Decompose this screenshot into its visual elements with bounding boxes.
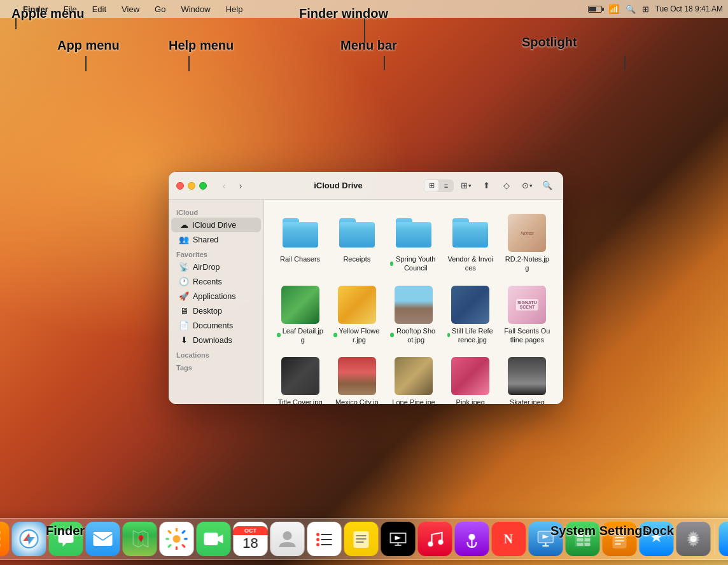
window-minimize-button[interactable] xyxy=(188,182,195,190)
edit-menu[interactable]: Edit xyxy=(90,3,109,15)
finder-content: Rail Chasers Receipts xyxy=(264,200,563,404)
clock: Tue Oct 18 9:41 AM xyxy=(655,4,723,13)
thumbnail xyxy=(281,286,319,324)
sidebar-item-applications[interactable]: 🚀 Applications xyxy=(171,289,261,303)
dock-separator xyxy=(715,524,715,554)
dock-app-facetime[interactable] xyxy=(197,522,231,556)
wifi-icon[interactable]: 📶 xyxy=(608,4,619,14)
file-item[interactable]: Notes RD.2-Notes.jpg xyxy=(501,210,553,277)
recents-icon: 🕐 xyxy=(179,277,189,286)
annotation-spotlight: Spotlight xyxy=(522,35,577,50)
file-item[interactable]: Spring Youth Council xyxy=(388,210,439,277)
help-menu[interactable]: Help xyxy=(223,3,246,15)
dock-app-airdrop-folder[interactable] xyxy=(719,522,729,556)
finder-body: iCloud ☁ iCloud Drive 👥 Shared Favorites… xyxy=(169,200,563,404)
dock-app-safari[interactable] xyxy=(12,522,46,556)
control-center-icon[interactable]: ⊞ xyxy=(642,4,649,14)
window-close-button[interactable] xyxy=(176,182,184,190)
battery-status xyxy=(588,6,602,13)
file-menu[interactable]: File xyxy=(61,3,80,15)
spotlight-icon[interactable]: 🔍 xyxy=(626,4,636,14)
svg-point-12 xyxy=(0,537,1,541)
tag-button[interactable]: ◇ xyxy=(498,179,515,193)
svg-marker-20 xyxy=(27,537,35,545)
svg-point-39 xyxy=(428,541,433,547)
dock-app-podcasts[interactable] xyxy=(455,522,489,556)
list-view-button[interactable]: ≡ xyxy=(439,180,453,192)
file-item[interactable]: Vendor & Invoices xyxy=(445,210,496,277)
dock-app-music[interactable] xyxy=(418,522,452,556)
favorites-section-label: Favorites xyxy=(169,247,263,260)
dock-app-messages[interactable] xyxy=(49,522,83,556)
toolbar-icons: ⊞ ≡ ⊞▾ ⬆ ◇ ⊙▾ 🔍 xyxy=(424,179,556,193)
svg-rect-21 xyxy=(94,532,113,546)
window-menu[interactable]: Window xyxy=(178,3,213,15)
search-button[interactable]: 🔍 xyxy=(539,179,556,193)
icloud-status-dot xyxy=(390,262,393,266)
sidebar-item-recents[interactable]: 🕐 Recents xyxy=(171,274,261,289)
thumbnail xyxy=(338,357,376,395)
dock-app-tv[interactable] xyxy=(381,522,416,556)
dock-app-appstore[interactable] xyxy=(640,522,674,556)
file-item[interactable]: Still Life Reference.jpg xyxy=(445,282,496,349)
svg-point-28 xyxy=(316,538,319,541)
locations-section-label: Locations xyxy=(169,347,263,360)
icloud-status-dot xyxy=(447,333,450,337)
downloads-icon: ⬇ xyxy=(179,335,189,345)
sidebar-item-documents[interactable]: 📄 Documents xyxy=(171,318,261,333)
thumbnail xyxy=(451,286,489,324)
icloud-section-label: iCloud xyxy=(169,205,263,218)
dock-app-maps[interactable] xyxy=(123,522,157,556)
file-item[interactable]: Leaf Detail.jpg xyxy=(274,282,326,349)
svg-rect-54 xyxy=(585,543,591,546)
documents-icon: 📄 xyxy=(179,321,189,330)
go-menu[interactable]: Go xyxy=(152,3,168,15)
dock-app-numbers[interactable] xyxy=(566,522,600,556)
file-item[interactable]: Rail Chasers xyxy=(274,210,326,277)
forward-button[interactable]: › xyxy=(234,179,248,193)
finder-menu[interactable]: Finder xyxy=(20,3,51,15)
icon-view-button[interactable]: ⊞ xyxy=(424,180,438,192)
sidebar-item-icloud-drive[interactable]: ☁ iCloud Drive xyxy=(171,218,261,232)
annotation-app-menu: App menu xyxy=(57,38,120,53)
dock-app-mail[interactable] xyxy=(86,522,120,556)
group-by-button[interactable]: ⊞▾ xyxy=(458,179,474,193)
dock-app-pages[interactable] xyxy=(603,522,637,556)
file-item[interactable]: Mexico City.jpeg xyxy=(331,353,382,404)
sidebar-item-shared[interactable]: 👥 Shared xyxy=(171,232,261,247)
dock-app-keynote[interactable] xyxy=(529,522,563,556)
svg-point-40 xyxy=(438,540,444,545)
view-menu[interactable]: View xyxy=(119,3,142,15)
file-item[interactable]: Skater.jpeg xyxy=(501,353,553,404)
file-item[interactable]: Yellow Flower.jpg xyxy=(331,282,382,349)
applications-icon: 🚀 xyxy=(179,291,189,301)
file-item[interactable]: Rooftop Shoot.jpg xyxy=(388,282,439,349)
more-button[interactable]: ⊙▾ xyxy=(519,179,535,193)
svg-rect-51 xyxy=(577,538,584,541)
dock-app-reminders[interactable] xyxy=(307,522,342,556)
dock-app-launchpad[interactable] xyxy=(0,522,10,556)
file-item[interactable]: SIGNATUSCENT Fall Scents Outline.pages xyxy=(501,282,553,349)
back-button[interactable]: ‹ xyxy=(217,179,231,193)
dock-app-notes[interactable] xyxy=(344,522,379,556)
file-item[interactable]: Title Cover.jpg xyxy=(274,353,326,404)
sidebar-item-desktop[interactable]: 🖥 Desktop xyxy=(171,303,261,318)
sidebar-item-airdrop[interactable]: 📡 AirDrop xyxy=(171,260,261,274)
dock-app-news[interactable]: N xyxy=(492,522,526,556)
svg-point-30 xyxy=(316,543,319,547)
finder-window: ‹ › iCloud Drive ⊞ ≡ ⊞▾ ⬆ ◇ ⊙▾ 🔍 iCloud xyxy=(169,172,563,404)
dock-app-calendar[interactable]: OCT 18 xyxy=(234,522,268,556)
svg-point-26 xyxy=(316,533,319,536)
file-item[interactable]: Receipts xyxy=(331,210,382,277)
dock: OCT 18 xyxy=(0,518,728,560)
svg-rect-52 xyxy=(585,538,591,541)
apple-menu[interactable] xyxy=(5,8,10,10)
sidebar-item-downloads[interactable]: ⬇ Downloads xyxy=(171,333,261,347)
dock-app-system-settings[interactable] xyxy=(676,522,711,556)
window-maximize-button[interactable] xyxy=(199,182,207,190)
dock-app-contacts[interactable] xyxy=(270,522,305,556)
share-button[interactable]: ⬆ xyxy=(478,179,494,193)
file-item[interactable]: Lone Pine.jpeg xyxy=(388,353,439,404)
dock-app-photos[interactable] xyxy=(160,522,194,556)
file-item[interactable]: Pink.jpeg xyxy=(445,353,496,404)
